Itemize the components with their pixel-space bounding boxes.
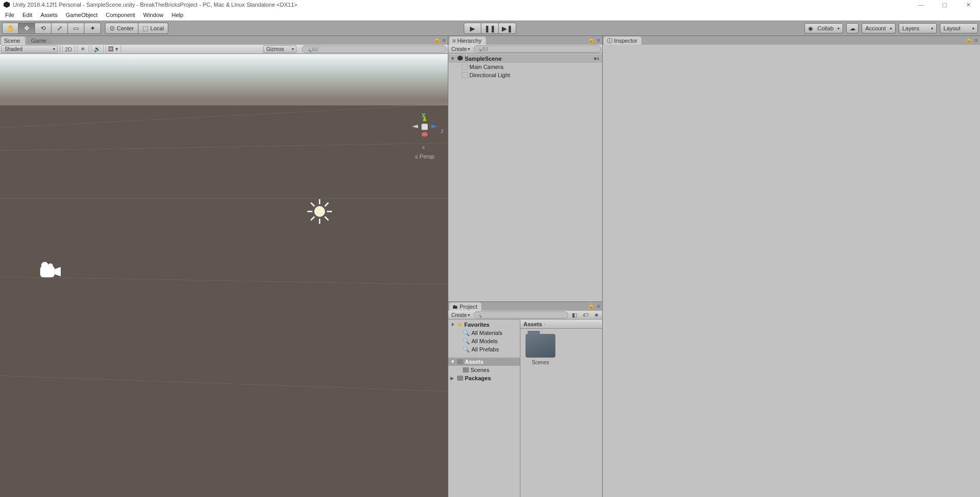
hierarchy-lock-icon[interactable]: 🔒: [588, 37, 595, 43]
handle-label: Local: [150, 25, 164, 31]
tab-lock-icon[interactable]: 🔒: [433, 37, 441, 43]
project-menu-icon[interactable]: ≡: [597, 303, 600, 309]
menu-help[interactable]: Help: [167, 9, 187, 21]
window-maximize-icon[interactable]: ▢: [933, 0, 956, 9]
project-create-dropdown[interactable]: Create: [449, 311, 472, 318]
scene-viewport[interactable]: y z x ≤ Persp: [0, 54, 448, 497]
layers-dropdown[interactable]: Layers ▾: [899, 23, 937, 33]
menu-component[interactable]: Component: [101, 9, 139, 21]
hierarchy-tree: ▼ SampleScene ▾≡ Main Camera Directional…: [448, 54, 602, 301]
svg-point-1: [314, 206, 325, 217]
viewport-sky: [0, 54, 448, 111]
tab-game[interactable]: Game: [26, 37, 51, 45]
collab-dropdown[interactable]: ◉ Collab ▾: [804, 23, 843, 33]
favorites-row[interactable]: ▼★Favorites: [448, 321, 520, 329]
inspector-body: [603, 45, 980, 497]
cloud-button[interactable]: ☁: [846, 23, 859, 33]
toggle-audio[interactable]: 🔊: [91, 45, 103, 53]
window-minimize-icon[interactable]: —: [909, 0, 933, 9]
packages-row[interactable]: ▶Packages: [448, 374, 520, 382]
toggle-lighting[interactable]: ☀: [77, 45, 89, 53]
filter-by-type-icon[interactable]: ◧: [570, 312, 579, 318]
tab-scene[interactable]: Scene: [1, 37, 25, 45]
handle-toggle[interactable]: ⬚ Local: [138, 23, 168, 34]
menu-gameobject[interactable]: GameObject: [62, 9, 102, 21]
gizmos-dropdown[interactable]: Gizmos: [263, 45, 297, 53]
svg-line-9: [311, 217, 314, 220]
project-folder-tree: ▼★Favorites 🔍All Materials 🔍All Models 🔍…: [448, 319, 520, 497]
assets-row[interactable]: ▼Assets: [448, 358, 520, 366]
project-title: Project: [460, 304, 477, 310]
scene-menu-icon[interactable]: ▾≡: [594, 56, 599, 61]
project-lock-icon[interactable]: 🔒: [588, 303, 595, 309]
pause-button[interactable]: ❚❚: [481, 23, 499, 34]
persp-label: ≤ Persp: [415, 153, 434, 159]
hierarchy-search[interactable]: 🔍 All: [474, 45, 601, 52]
directional-light-gizmo-icon[interactable]: [306, 198, 333, 225]
account-label: Account: [865, 25, 886, 31]
hierarchy-item[interactable]: Directional Light: [448, 71, 602, 79]
account-dropdown[interactable]: Account ▾: [862, 23, 896, 33]
expand-toggle-icon[interactable]: ▼: [450, 56, 456, 61]
transform-tool[interactable]: ✦: [84, 23, 101, 34]
move-tool[interactable]: ✥: [19, 23, 35, 34]
favorite-item[interactable]: 🔍All Models: [448, 337, 520, 345]
hierarchy-menu-icon[interactable]: ≡: [597, 37, 600, 43]
hand-tool[interactable]: ✋: [2, 23, 19, 34]
toggle-2d[interactable]: 2D: [62, 45, 75, 53]
svg-marker-15: [431, 125, 437, 128]
hierarchy-item[interactable]: Main Camera: [448, 63, 602, 71]
layout-label: Layout: [943, 25, 960, 31]
scene-tabs: Scene Game 🔒≡: [0, 36, 448, 45]
window-titlebar: Unity 2018.4.12f1 Personal - SampleScene…: [0, 0, 980, 9]
camera-gizmo-icon[interactable]: [39, 262, 62, 279]
tab-project[interactable]: 🖿 Project: [449, 303, 481, 311]
scene-search[interactable]: 🔍 All: [302, 45, 447, 53]
svg-marker-19: [458, 56, 463, 61]
hierarchy-scene-row[interactable]: ▼ SampleScene ▾≡: [448, 55, 602, 63]
project-asset-grid[interactable]: Scenes: [520, 329, 602, 497]
project-search[interactable]: 🔍: [474, 311, 568, 318]
unity-scene-icon: [457, 55, 463, 62]
search-icon: 🔍: [463, 346, 470, 353]
save-search-icon[interactable]: ★: [592, 312, 601, 318]
menu-assets[interactable]: Assets: [37, 9, 62, 21]
inspector-lock-icon[interactable]: 🔒: [966, 37, 973, 43]
draw-mode-dropdown[interactable]: Shaded: [1, 45, 58, 53]
menu-file[interactable]: File: [1, 9, 19, 21]
favorite-item[interactable]: 🔍All Prefabs: [448, 345, 520, 353]
tab-hierarchy[interactable]: ≡ Hierarchy: [449, 37, 486, 45]
assets-child[interactable]: Scenes: [448, 366, 520, 374]
svg-marker-0: [4, 2, 10, 8]
pivot-toggle[interactable]: ⊙ Center: [105, 23, 138, 34]
breadcrumb-label[interactable]: Assets: [523, 321, 542, 327]
filter-by-label-icon[interactable]: 🏷: [581, 312, 590, 318]
scale-tool[interactable]: ⤢: [51, 23, 68, 34]
inspector-menu-icon[interactable]: ≡: [975, 37, 978, 43]
window-close-icon[interactable]: ✕: [956, 0, 980, 9]
menu-window[interactable]: Window: [139, 9, 167, 21]
layout-dropdown[interactable]: Layout ▾: [940, 23, 978, 33]
tab-inspector[interactable]: ⓘ Inspector: [604, 37, 641, 45]
hierarchy-item-label: Main Camera: [469, 64, 503, 70]
gameobject-icon: [462, 64, 468, 70]
toggle-fx[interactable]: 🖼 ▾: [106, 45, 121, 53]
scene-search-text: All: [311, 46, 318, 52]
project-breadcrumb: Assets ›: [520, 319, 602, 329]
play-button[interactable]: ▶: [464, 23, 481, 34]
rotate-tool[interactable]: ⟲: [35, 23, 51, 34]
favorite-item[interactable]: 🔍All Materials: [448, 329, 520, 337]
menu-edit[interactable]: Edit: [19, 9, 37, 21]
rect-tool[interactable]: ▭: [68, 23, 84, 34]
axis-x-label: x: [422, 144, 425, 150]
scene-name: SampleScene: [465, 56, 502, 62]
tab-menu-icon[interactable]: ≡: [443, 37, 446, 43]
step-button[interactable]: ▶❚: [499, 23, 516, 34]
play-controls: ▶ ❚❚ ▶❚: [464, 23, 516, 34]
tab-game-label: Game: [31, 38, 46, 44]
hierarchy-create-dropdown[interactable]: Create: [449, 45, 472, 52]
asset-folder[interactable]: Scenes: [526, 334, 555, 365]
orientation-gizmo[interactable]: y z x ≤ Persp: [407, 113, 443, 159]
hierarchy-item-label: Directional Light: [469, 72, 510, 78]
favorite-item-label: All Prefabs: [471, 346, 499, 352]
